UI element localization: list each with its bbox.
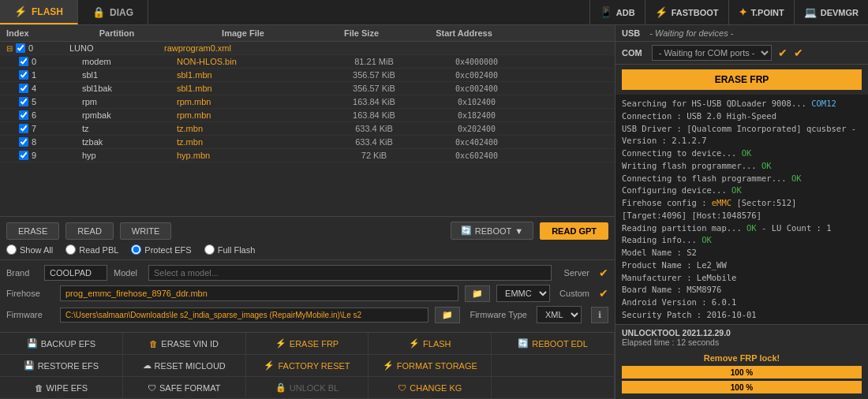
table-row: 4 sbl1bak sbl1.mbn 356.57 KiB 0xc002400 bbox=[0, 82, 615, 95]
firehose-type-select[interactable]: EMMC UFS bbox=[496, 285, 550, 302]
row-index: 5 bbox=[19, 97, 82, 106]
flash-btn-icon: ⚡ bbox=[409, 338, 420, 349]
read-button[interactable]: READ bbox=[65, 222, 114, 240]
erase-vin-id-button[interactable]: 🗑 ERASE VIN ID bbox=[123, 333, 246, 354]
show-all-radio[interactable]: Show All bbox=[6, 244, 53, 255]
bottom-btn-row-1: 💾 BACKUP EFS 🗑 ERASE VIN ID ⚡ ERASE FRP … bbox=[0, 333, 615, 355]
reset-micloud-button[interactable]: ☁ RESET MICLOUD bbox=[123, 355, 246, 376]
chevron-down-icon: ▼ bbox=[514, 226, 523, 236]
row-checkbox[interactable] bbox=[19, 151, 28, 160]
firmware-type-select[interactable]: XML BIN bbox=[537, 306, 582, 323]
tab-flash[interactable]: ⚡ FLASH bbox=[0, 0, 78, 24]
log-line: Configuring device... OK bbox=[622, 185, 862, 197]
log-line: Connecting to flash programmer... OK bbox=[622, 173, 862, 185]
row-checkbox[interactable] bbox=[19, 97, 28, 106]
firmware-info-button[interactable]: ℹ bbox=[591, 307, 608, 323]
change-kg-button[interactable]: 🛡 CHANGE KG bbox=[369, 377, 492, 398]
log-line: Searching for HS-USB QDLoader 9008... CO… bbox=[622, 98, 862, 110]
partition-table: ⊟ 0 LUNO rawprogram0.xml 0 modem NON-HLO… bbox=[0, 42, 615, 216]
right-nav: 📱 ADB ⚡ FASTBOOT ✦ T.POINT 💻 DEVMGR bbox=[589, 0, 868, 24]
row-checkbox[interactable] bbox=[19, 124, 28, 133]
row-checkbox[interactable] bbox=[19, 84, 28, 93]
table-row: 8 tzbak tz.mbn 633.4 KiB 0xc402400 bbox=[0, 136, 615, 149]
safe-format-button[interactable]: 🛡 SAFE FORMAT bbox=[123, 377, 246, 398]
log-line: Reading partition map... OK - LU Count :… bbox=[622, 222, 862, 235]
log-line: Writing flash programmer... OK bbox=[622, 160, 862, 173]
empty-btn-6 bbox=[492, 377, 615, 398]
read-gpt-button[interactable]: READ GPT bbox=[540, 222, 608, 240]
read-pbl-radio[interactable]: Read PBL bbox=[65, 244, 118, 255]
row-index: 7 bbox=[19, 124, 82, 133]
devmgr-button[interactable]: 💻 DEVMGR bbox=[794, 0, 868, 24]
erase-frp-button[interactable]: ⚡ ERASE FRP bbox=[246, 333, 369, 354]
fastboot-button[interactable]: ⚡ FASTBOOT bbox=[645, 0, 728, 24]
unlock-bl-button[interactable]: 🔒 UNLOCK BL bbox=[246, 377, 369, 398]
radio-row: Show All Read PBL Protect EFS Full Flash bbox=[6, 244, 608, 255]
reboot-edl-button[interactable]: 🔄 REBOOT EDL bbox=[492, 333, 615, 354]
backup-efs-icon: 💾 bbox=[27, 338, 38, 349]
com-check-icon: ✔ bbox=[778, 47, 788, 59]
table-row: 6 rpmbak rpm.mbn 163.84 KiB 0x182400 bbox=[0, 109, 615, 122]
custom-check-icon: ✔ bbox=[599, 287, 608, 300]
row-index: ⊟ 0 bbox=[6, 43, 69, 53]
fastboot-icon: ⚡ bbox=[655, 6, 668, 18]
com-select[interactable]: - Waiting for COM ports - bbox=[652, 45, 772, 61]
tpoint-icon: ✦ bbox=[739, 6, 747, 18]
log-area: Searching for HS-USB QDLoader 9008... CO… bbox=[615, 95, 868, 324]
backup-efs-button[interactable]: 💾 BACKUP EFS bbox=[0, 333, 123, 354]
row-checkbox[interactable] bbox=[16, 43, 25, 53]
row-checkbox[interactable] bbox=[19, 57, 28, 66]
reboot-edl-icon: 🔄 bbox=[518, 338, 529, 349]
row-index: 6 bbox=[19, 110, 82, 120]
format-storage-icon: ⚡ bbox=[383, 360, 394, 371]
restore-efs-button[interactable]: 💾 RESTORE EFS bbox=[0, 355, 123, 376]
log-line: Manufacturer : LeMobile bbox=[622, 272, 862, 285]
log-line: Board Name : MSM8976 bbox=[622, 284, 862, 296]
full-flash-radio[interactable]: Full Flash bbox=[204, 244, 256, 255]
factory-reset-icon: ⚡ bbox=[264, 360, 275, 371]
row-checkbox[interactable] bbox=[19, 137, 28, 147]
row-checkbox[interactable] bbox=[19, 70, 28, 80]
row-index: 9 bbox=[19, 151, 82, 160]
firehose-input[interactable] bbox=[60, 285, 458, 301]
flash-button[interactable]: ⚡ FLASH bbox=[369, 333, 492, 354]
write-button[interactable]: WRITE bbox=[120, 222, 171, 240]
firmware-browse-button[interactable]: 📁 bbox=[435, 307, 460, 323]
brand-input[interactable] bbox=[44, 265, 107, 281]
firehose-browse-button[interactable]: 📁 bbox=[465, 285, 490, 302]
model-input[interactable] bbox=[148, 265, 552, 281]
tpoint-button[interactable]: ✦ T.POINT bbox=[728, 0, 794, 24]
row-index: 4 bbox=[19, 84, 82, 93]
erase-button[interactable]: ERASE bbox=[6, 222, 59, 240]
adb-button[interactable]: 📱 ADB bbox=[589, 0, 645, 24]
tab-diag[interactable]: 🔒 DIAG bbox=[78, 0, 148, 24]
row-checkbox[interactable] bbox=[19, 110, 28, 120]
com-row: COM - Waiting for COM ports - ✔ ✔ bbox=[615, 42, 868, 65]
adb-icon: 📱 bbox=[600, 6, 612, 18]
reset-micloud-icon: ☁ bbox=[143, 360, 152, 371]
lock-icon: 🔒 bbox=[92, 6, 105, 18]
factory-reset-button[interactable]: ⚡ FACTORY RESET bbox=[246, 355, 369, 376]
log-line: Android Version : 6.0.1 bbox=[622, 296, 862, 309]
reboot-icon: 🔄 bbox=[461, 226, 472, 236]
unlock-info: UNLOCKTOOL 2021.12.29.0 Elapsed time : 1… bbox=[615, 324, 868, 350]
format-storage-button[interactable]: ⚡ FORMAT STORAGE bbox=[369, 355, 492, 376]
table-row: 7 tz tz.mbn 633.4 KiB 0x202400 bbox=[0, 122, 615, 136]
firehose-row: Firehose 📁 EMMC UFS Custom ✔ bbox=[6, 285, 608, 302]
right-erase-frp-button[interactable]: ERASE FRP bbox=[622, 69, 862, 90]
row-index: 0 bbox=[19, 57, 82, 66]
log-line: Product Name : Le2_WW bbox=[622, 259, 862, 272]
row-index: 8 bbox=[19, 137, 82, 147]
wipe-efs-button[interactable]: 🗑 WIPE EFS bbox=[0, 377, 123, 398]
log-line: Security Patch : 2016-10-01 bbox=[622, 309, 862, 322]
group-toggle[interactable]: ⊟ bbox=[6, 44, 13, 53]
log-line: Connection : USB 2.0 High-Speed bbox=[622, 110, 862, 123]
change-kg-icon: 🛡 bbox=[398, 383, 406, 393]
wipe-efs-icon: 🗑 bbox=[35, 383, 43, 393]
usb-row: USB - Waiting for devices - bbox=[615, 25, 868, 42]
row-index: 1 bbox=[19, 70, 82, 80]
firmware-input[interactable] bbox=[60, 308, 428, 323]
reboot-button[interactable]: 🔄 REBOOT ▼ bbox=[451, 222, 533, 240]
protect-efs-radio[interactable]: Protect EFS bbox=[131, 244, 191, 255]
main-content: Index Partition Image File File Size Sta… bbox=[0, 25, 868, 399]
